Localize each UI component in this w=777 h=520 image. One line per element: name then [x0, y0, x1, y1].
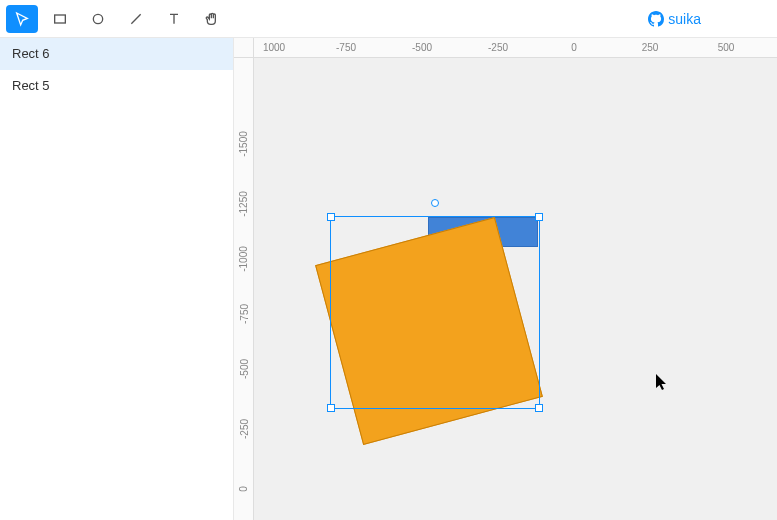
text-tool[interactable]: [158, 5, 190, 33]
rectangle-icon: [52, 11, 68, 27]
ruler-tick: 0: [234, 484, 253, 495]
layer-item[interactable]: Rect 6: [0, 38, 233, 70]
layer-item[interactable]: Rect 5: [0, 70, 233, 102]
ruler-tick: 0: [571, 38, 577, 57]
svg-rect-0: [55, 15, 66, 23]
rotation-handle[interactable]: [431, 199, 439, 207]
ruler-tick: -1000: [234, 254, 253, 265]
canvas-stage[interactable]: [254, 58, 777, 520]
text-icon: [166, 11, 182, 27]
tool-group: [6, 5, 228, 33]
ruler-corner: [234, 38, 254, 58]
github-icon: [648, 11, 664, 27]
select-tool[interactable]: [6, 5, 38, 33]
ruler-tick: -500: [234, 364, 253, 375]
ruler-tick: -250: [234, 424, 253, 435]
ruler-tick: -750: [234, 309, 253, 320]
rectangle-tool[interactable]: [44, 5, 76, 33]
resize-handle-sw[interactable]: [327, 404, 335, 412]
ellipse-icon: [90, 11, 106, 27]
resize-handle-nw[interactable]: [327, 213, 335, 221]
ellipse-tool[interactable]: [82, 5, 114, 33]
ruler-tick: 1000: [263, 38, 285, 57]
svg-point-1: [93, 14, 102, 23]
shape-rect-orange[interactable]: [315, 217, 543, 445]
line-tool[interactable]: [120, 5, 152, 33]
brand-link[interactable]: suika: [648, 11, 701, 27]
ruler-horizontal: 1000-750-500-25002505007501000: [254, 38, 777, 58]
toolbar: suika: [0, 0, 777, 38]
ruler-tick: -500: [412, 38, 432, 57]
ruler-tick: -250: [488, 38, 508, 57]
layers-panel: Rect 6 Rect 5: [0, 38, 234, 520]
svg-line-2: [131, 14, 140, 23]
hand-icon: [204, 11, 220, 27]
canvas-area[interactable]: 1000-750-500-25002505007501000 -1500-125…: [234, 38, 777, 520]
workspace: Rect 6 Rect 5 1000-750-500-2500250500750…: [0, 38, 777, 520]
brand-name: suika: [668, 11, 701, 27]
pan-tool[interactable]: [196, 5, 228, 33]
ruler-tick: 500: [718, 38, 735, 57]
ruler-vertical: -1500-1250-1000-750-500-250050: [234, 58, 254, 520]
ruler-tick: -750: [336, 38, 356, 57]
ruler-tick: 250: [642, 38, 659, 57]
cursor-icon: [14, 11, 30, 27]
ruler-tick: -1250: [234, 199, 253, 210]
resize-handle-se[interactable]: [535, 404, 543, 412]
ruler-tick: -1500: [234, 139, 253, 150]
line-icon: [128, 11, 144, 27]
